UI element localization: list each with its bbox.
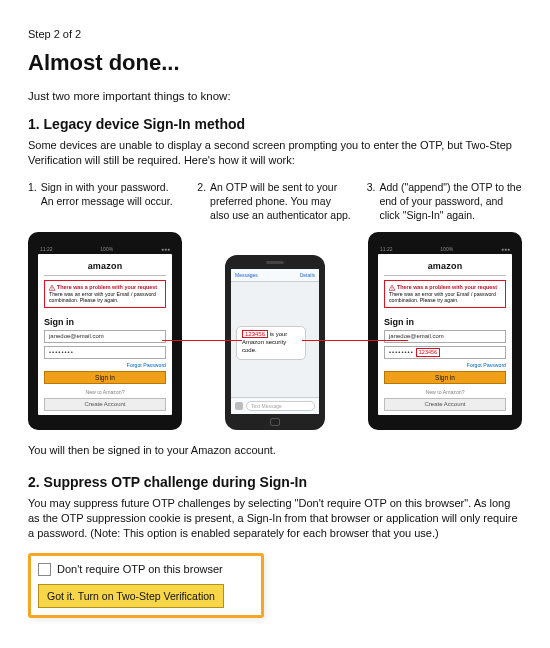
password-field-appended: •••••••• 123456: [384, 346, 506, 359]
create-account-button: Create Account: [44, 398, 166, 411]
new-to-text: New to Amazon?: [44, 389, 166, 395]
error-body-text: There was an error with your Email / pas…: [49, 291, 161, 304]
status-bar: 11:22 100% ●●●: [38, 246, 172, 252]
devices-row: 11:22 100% ●●● amazon There was a proble…: [28, 232, 522, 430]
svg-rect-3: [392, 289, 393, 290]
signin-heading: Sign in: [384, 317, 506, 327]
error-body-text: There was an error with your Email / pas…: [389, 291, 501, 304]
status-time: 11:22: [380, 246, 393, 252]
step-text: Sign in with your password. An error mes…: [41, 180, 184, 223]
step-num: 3.: [367, 180, 376, 223]
svg-rect-0: [52, 286, 53, 288]
highlight-box: Don't require OTP on this browser Got it…: [28, 553, 264, 618]
tablet-device-1: 11:22 100% ●●● amazon There was a proble…: [28, 232, 182, 430]
error-head-text: There was a problem with your request: [57, 284, 157, 291]
steps-row: 1. Sign in with your password. An error …: [28, 180, 522, 223]
phone-speaker: [266, 261, 284, 264]
status-signal: ●●●: [161, 246, 170, 252]
turn-on-2sv-button[interactable]: Got it. Turn on Two-Step Verification: [38, 584, 224, 608]
email-value: janedoe@email.com: [49, 333, 104, 339]
step-text: An OTP will be sent to your preferred ph…: [210, 180, 353, 223]
phone-top-bar: Messages Details: [231, 269, 319, 282]
connector-line-left: [162, 340, 242, 341]
phone-details-label: Details: [300, 272, 315, 278]
message-input: Text Message: [246, 401, 315, 411]
error-box: There was a problem with your request Th…: [384, 280, 506, 308]
section2-desc: You may suppress future OTP challenges b…: [28, 496, 522, 541]
phone-back-label: Messages: [235, 272, 258, 278]
error-heading: There was a problem with your request: [49, 284, 161, 291]
otp-checkbox[interactable]: [38, 563, 51, 576]
create-account-button: Create Account: [384, 398, 506, 411]
section1-desc: Some devices are unable to display a sec…: [28, 138, 522, 168]
warning-icon: [49, 285, 55, 291]
signin-button: Sign in: [44, 371, 166, 384]
step-1: 1. Sign in with your password. An error …: [28, 180, 183, 223]
phone-home-button: [270, 418, 280, 426]
status-bar: 11:22 100% ●●●: [378, 246, 512, 252]
status-battery: 100%: [440, 246, 453, 252]
status-signal: ●●●: [501, 246, 510, 252]
error-box: There was a problem with your request Th…: [44, 280, 166, 308]
phone-device: Messages Details 123456 is your Amazon s…: [225, 255, 325, 430]
step-3: 3. Add ("append") the OTP to the end of …: [367, 180, 522, 223]
otp-code: 123456: [242, 330, 268, 338]
sms-bubble: 123456 is your Amazon security code.: [236, 326, 306, 359]
tablet-screen: amazon There was a problem with your req…: [38, 254, 172, 415]
step-num: 2.: [197, 180, 206, 223]
signin-button: Sign in: [384, 371, 506, 384]
forgot-password-link: Forgot Password: [44, 362, 166, 368]
signin-heading: Sign in: [44, 317, 166, 327]
new-to-text: New to Amazon?: [384, 389, 506, 395]
step-num: 1.: [28, 180, 37, 223]
appended-otp: 123456: [416, 348, 440, 357]
brand-logo: amazon: [44, 258, 166, 276]
brand-logo: amazon: [384, 258, 506, 276]
status-battery: 100%: [100, 246, 113, 252]
step-text: Add ("append") the OTP to the end of you…: [379, 180, 522, 223]
tablet-device-2: 11:22 100% ●●● amazon There was a proble…: [368, 232, 522, 430]
status-time: 11:22: [40, 246, 53, 252]
svg-rect-2: [392, 286, 393, 288]
email-value: janedoe@email.com: [389, 333, 444, 339]
connector-line-right: [302, 340, 408, 341]
step-indicator: Step 2 of 2: [28, 28, 522, 40]
checkbox-row: Don't require OTP on this browser: [38, 563, 254, 576]
error-head-text: There was a problem with your request: [397, 284, 497, 291]
tablet-screen: amazon There was a problem with your req…: [378, 254, 512, 415]
post-devices-text: You will then be signed in to your Amazo…: [28, 444, 522, 456]
email-field: janedoe@email.com: [44, 330, 166, 343]
phone-input-bar: Text Message: [231, 397, 319, 414]
checkbox-label: Don't require OTP on this browser: [57, 563, 223, 575]
forgot-password-link: Forgot Password: [384, 362, 506, 368]
camera-icon: [235, 402, 243, 410]
intro-text: Just two more important things to know:: [28, 90, 522, 102]
phone-screen: Messages Details 123456 is your Amazon s…: [231, 269, 319, 414]
step-2: 2. An OTP will be sent to your preferred…: [197, 180, 352, 223]
password-field: ••••••••: [44, 346, 166, 359]
password-dots: ••••••••: [389, 349, 414, 355]
svg-rect-1: [52, 289, 53, 290]
section1-title: 1. Legacy device Sign-In method: [28, 116, 522, 132]
error-heading: There was a problem with your request: [389, 284, 501, 291]
page-title: Almost done...: [28, 50, 522, 76]
password-dots: ••••••••: [49, 349, 74, 355]
warning-icon: [389, 285, 395, 291]
section2-title: 2. Suppress OTP challenge during Sign-In: [28, 474, 522, 490]
